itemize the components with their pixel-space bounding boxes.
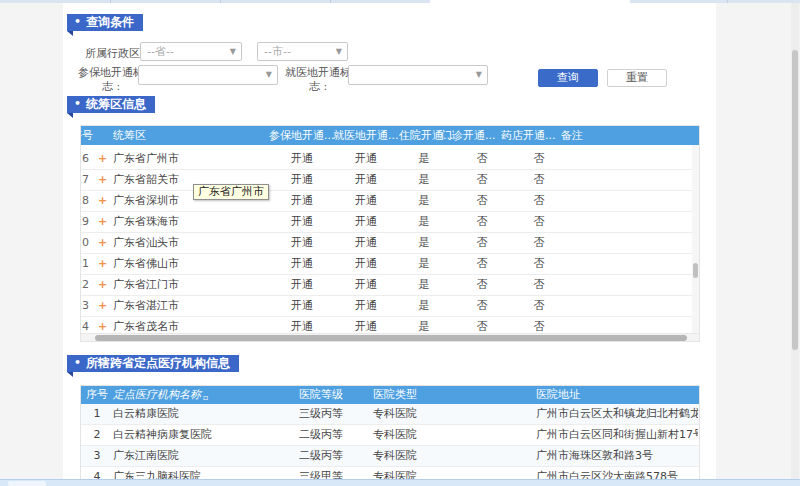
hospital-type: 专科医院 — [373, 446, 417, 466]
expand-plus-icon[interactable]: + — [98, 212, 110, 232]
insured-open-flag: 开通 — [277, 233, 327, 253]
region-row[interactable]: 24+广东省茂名市开通开通是否否 — [81, 317, 692, 333]
row-seq: 2 — [81, 425, 113, 445]
region-row[interactable]: 18+广东省深圳市开通开通是否否 — [81, 191, 692, 212]
insured-open-flag: 开通 — [277, 191, 327, 211]
treatment-flag-label: 就医地开通标志 : — [285, 66, 351, 94]
insured-open-flag: 开通 — [277, 212, 327, 232]
row-seq: 23 — [81, 296, 97, 316]
outpatient-open-flag: 否 — [467, 254, 497, 274]
scrollbar-thumb[interactable] — [95, 335, 687, 341]
inpatient-open-flag: 是 — [409, 254, 439, 274]
inpatient-open-flag: 是 — [409, 149, 439, 169]
region-row[interactable]: 19+广东省珠海市开通开通是否否 — [81, 212, 692, 233]
treatment-open-flag: 开通 — [341, 317, 391, 333]
scrollbar-thumb[interactable] — [693, 263, 698, 278]
province-select[interactable]: --省--▼ — [140, 42, 242, 61]
col-header-region: 统筹区 — [113, 126, 146, 145]
city-select[interactable]: --市--▼ — [257, 42, 348, 61]
sort-icon: ▫ — [203, 393, 208, 402]
outpatient-open-flag: 否 — [467, 317, 497, 333]
row-seq: 3 — [81, 446, 113, 466]
region-row[interactable]: 20+广东省汕头市开通开通是否否 — [81, 233, 692, 254]
region-row[interactable]: 21+广东省佛山市开通开通是否否 — [81, 254, 692, 275]
tab-divider — [727, 0, 728, 3]
hospital-row[interactable]: 4广东三九脑科医院三级甲等专科医院广州市白云区沙太南路578号 — [81, 467, 699, 479]
inpatient-open-flag: 是 — [409, 275, 439, 295]
insured-open-flag: 开通 — [277, 296, 327, 316]
col-header-seq: 序号 — [80, 126, 93, 145]
inpatient-open-flag: 是 — [409, 233, 439, 253]
section-title-query: 查询条件 — [86, 15, 134, 29]
outpatient-open-flag: 否 — [467, 191, 497, 211]
row-seq: 19 — [81, 212, 97, 232]
hospital-address: 广州市白云区太和镇龙归北村鹤龙五... — [536, 404, 698, 424]
row-seq: 1 — [81, 404, 113, 424]
col-header-type: 医院类型 — [373, 386, 417, 404]
region-row[interactable]: 23+广东省湛江市开通开通是否否 — [81, 296, 692, 317]
hospital-row[interactable]: 3广东江南医院二级丙等专科医院广州市海珠区敦和路3号 — [81, 446, 699, 467]
expand-plus-icon[interactable]: + — [98, 296, 110, 316]
expand-plus-icon[interactable]: + — [98, 317, 110, 333]
hospital-name: 白云精康医院 — [113, 404, 179, 424]
hospital-row[interactable]: 1白云精康医院三级丙等专科医院广州市白云区太和镇龙归北村鹤龙五... — [81, 404, 699, 425]
scrollbar-thumb[interactable] — [8, 481, 46, 486]
region-table-vertical-scrollbar[interactable] — [692, 145, 699, 333]
bullet-icon: • — [74, 15, 81, 28]
section-title-hospital: 所辖跨省定点医疗机构信息 — [86, 356, 230, 370]
row-seq: 21 — [81, 254, 97, 274]
insured-flag-label: 参保地开通标志 : — [78, 66, 144, 94]
section-tag-region: •统筹区信息 — [67, 96, 155, 113]
expand-plus-icon[interactable]: + — [98, 233, 110, 253]
hospital-name: 白云精神病康复医院 — [113, 425, 212, 445]
expand-plus-icon[interactable]: + — [98, 275, 110, 295]
col-header-outpatient: 门诊开通... — [441, 126, 496, 145]
treatment-open-flag: 开通 — [341, 212, 391, 232]
hospital-grade: 三级甲等 — [299, 467, 343, 479]
bullet-icon: • — [74, 356, 81, 369]
outpatient-open-flag: 否 — [467, 275, 497, 295]
page-vertical-scrollbar[interactable] — [791, 3, 799, 479]
hospital-row[interactable]: 2白云精神病康复医院二级丙等专科医院广州市白云区同和街握山新村17号 — [81, 425, 699, 446]
col-header-insured: 参保地开通... — [269, 126, 335, 145]
reset-button[interactable]: 重置 — [607, 69, 667, 87]
col-header-hospital-name-text: 定点医疗机构名称 — [113, 388, 201, 401]
pharmacy-open-flag: 否 — [524, 317, 554, 333]
chevron-down-icon: ▼ — [266, 70, 272, 80]
region-name: 广东省佛山市 — [113, 254, 179, 274]
pharmacy-open-flag: 否 — [524, 233, 554, 253]
region-tooltip: 广东省广州市 — [193, 184, 269, 200]
hospital-grade: 二级丙等 — [299, 446, 343, 466]
pharmacy-open-flag: 否 — [524, 254, 554, 274]
col-header-remark: 备注 — [561, 126, 583, 145]
expand-plus-icon[interactable]: + — [98, 191, 110, 211]
treatment-flag-select[interactable]: ▼ — [348, 65, 488, 85]
region-row[interactable]: 22+广东省江门市开通开通是否否 — [81, 275, 692, 296]
chevron-down-icon: ▼ — [476, 70, 482, 80]
section-tag-query: •查询条件 — [67, 14, 143, 31]
query-button[interactable]: 查询 — [538, 69, 598, 87]
expand-plus-icon[interactable]: + — [98, 170, 110, 190]
expand-plus-icon[interactable]: + — [98, 254, 110, 274]
region-row[interactable]: 17+广东省韶关市开通开通是否否 — [81, 170, 692, 191]
hospital-address: 广州市海珠区敦和路3号 — [536, 446, 698, 466]
content-panel: •查询条件 所属行政区 : --省--▼ --市--▼ 参保地开通标志 : ▼ … — [63, 3, 716, 479]
region-table-horizontal-scrollbar[interactable] — [81, 333, 699, 341]
col-header-seq: 序号 — [81, 386, 113, 404]
region-name: 广东省江门市 — [113, 275, 179, 295]
treatment-open-flag: 开通 — [341, 191, 391, 211]
expand-plus-icon[interactable]: + — [98, 149, 110, 169]
insured-flag-select[interactable]: ▼ — [138, 65, 278, 85]
region-name: 广东省湛江市 — [113, 296, 179, 316]
region-table-header: 序号 统筹区 参保地开通... 就医地开通... 住院开通... 门诊开通...… — [81, 126, 699, 145]
col-header-pharmacy: 药店开通... — [501, 126, 556, 145]
col-header-address: 医院地址 — [536, 386, 698, 404]
row-seq: 18 — [81, 191, 97, 211]
pharmacy-open-flag: 否 — [524, 170, 554, 190]
inpatient-open-flag: 是 — [409, 317, 439, 333]
scrollbar-thumb[interactable] — [792, 50, 798, 350]
row-seq: 22 — [81, 275, 97, 295]
bottom-scroll-strip[interactable] — [0, 479, 800, 486]
region-row[interactable]: 16+广东省广州市开通开通是否否 — [81, 149, 692, 170]
row-seq: 17 — [81, 170, 97, 190]
